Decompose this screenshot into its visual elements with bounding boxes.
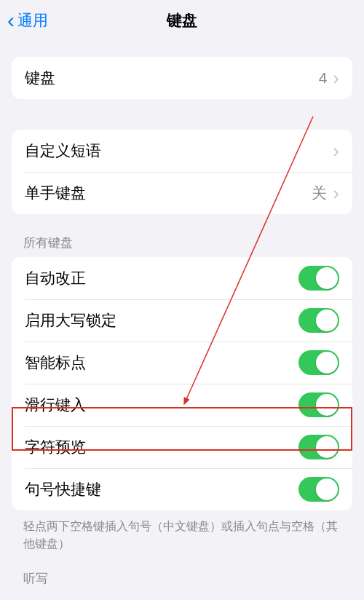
page-title: 键盘 [167, 10, 197, 31]
row-char-preview[interactable]: 字符预览 [12, 426, 352, 468]
row-accessory: › [333, 140, 339, 162]
row-label: 字符预览 [25, 437, 86, 457]
section-header-all-keyboards: 所有键盘 [23, 234, 341, 251]
chevron-right-icon: › [333, 67, 339, 90]
row-one-handed[interactable]: 单手键盘 关 › [12, 172, 352, 214]
chevron-right-icon: › [333, 140, 339, 162]
section-header-dictation: 听写 [23, 570, 341, 587]
toggle-caps-lock[interactable] [298, 308, 339, 333]
row-label: 单手键盘 [25, 183, 86, 203]
back-label: 通用 [17, 10, 48, 31]
navbar: ‹ 通用 键盘 [0, 0, 364, 41]
row-value: 关 [312, 183, 327, 203]
row-label: 自定义短语 [25, 141, 101, 161]
row-label: 句号快捷键 [25, 479, 101, 500]
toggle-auto-correct[interactable] [298, 266, 339, 291]
row-keyboards[interactable]: 键盘 4 › [12, 57, 352, 99]
row-label: 启用大写锁定 [25, 310, 116, 331]
section-footer: 轻点两下空格键插入句号（中文键盘）或插入句点与空格（其他键盘） [23, 518, 341, 553]
row-period-shortcut[interactable]: 句号快捷键 [12, 468, 352, 510]
toggle-smart-punct[interactable] [298, 350, 339, 375]
toggle-slide-type[interactable] [298, 392, 339, 417]
chevron-left-icon: ‹ [7, 9, 15, 31]
row-label: 自动改正 [25, 268, 86, 288]
back-button[interactable]: ‹ 通用 [7, 9, 48, 31]
row-text-replacement[interactable]: 自定义短语 › [12, 130, 352, 172]
toggle-period-shortcut[interactable] [298, 477, 339, 502]
group-keyboards: 键盘 4 › [12, 57, 352, 99]
row-auto-correct[interactable]: 自动改正 [12, 257, 352, 299]
group-all-keyboards: 自动改正 启用大写锁定 智能标点 滑行键入 字符预览 句号快捷键 [12, 257, 352, 510]
toggle-char-preview[interactable] [298, 435, 339, 459]
row-label: 滑行键入 [25, 395, 86, 415]
row-smart-punct[interactable]: 智能标点 [12, 342, 352, 384]
row-accessory: 4 › [319, 67, 339, 90]
group-options: 自定义短语 › 单手键盘 关 › [12, 130, 352, 214]
row-value: 4 [319, 69, 328, 87]
row-label: 智能标点 [25, 352, 86, 373]
row-label: 键盘 [25, 68, 55, 88]
row-accessory: 关 › [312, 182, 339, 205]
row-slide-type[interactable]: 滑行键入 [12, 384, 352, 426]
row-caps-lock[interactable]: 启用大写锁定 [12, 299, 352, 342]
chevron-right-icon: › [333, 182, 339, 205]
